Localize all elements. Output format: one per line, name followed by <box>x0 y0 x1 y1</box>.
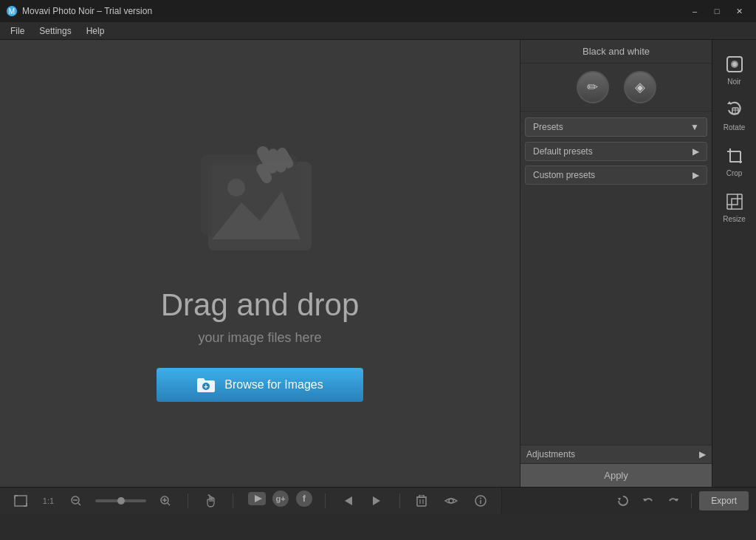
svg-rect-25 <box>727 194 738 205</box>
refresh-button[interactable] <box>613 491 633 511</box>
app-icon: M <box>6 5 18 17</box>
svg-rect-31 <box>15 496 27 506</box>
minimize-button[interactable]: – <box>684 0 706 22</box>
separator5 <box>691 493 692 508</box>
zoom-slider[interactable] <box>95 499 147 502</box>
maximize-button[interactable]: □ <box>706 0 728 22</box>
default-presets-label: Default presets <box>533 146 593 157</box>
svg-text:g+: g+ <box>275 494 285 503</box>
googleplus-icon: g+ <box>272 490 289 507</box>
crop-icon <box>724 146 745 166</box>
prev-icon <box>343 496 352 506</box>
preview-button[interactable] <box>441 491 461 511</box>
export-button[interactable]: Export <box>699 491 749 510</box>
googleplus-button[interactable]: g+ <box>272 490 289 511</box>
separator3 <box>325 493 326 508</box>
redo-button[interactable] <box>663 491 684 511</box>
bw-tool-eraser[interactable]: ◈ <box>624 71 656 103</box>
bw-tools: ✏ ◈ <box>520 64 712 112</box>
menu-file[interactable]: File <box>3 22 32 40</box>
facebook-icon: f <box>295 490 313 507</box>
tool-rotate[interactable]: Rotate <box>715 93 755 137</box>
redo-icon <box>667 495 679 507</box>
zoom-in-button[interactable] <box>155 491 176 511</box>
default-presets-item[interactable]: Default presets ▶ <box>525 142 707 161</box>
custom-presets-item[interactable]: Custom presets ▶ <box>525 165 707 185</box>
youtube-icon <box>248 492 266 505</box>
right-section: Black and white ✏ ◈ Presets ▼ Default pr… <box>520 40 756 487</box>
fit-icon <box>14 495 27 507</box>
tool-noir-label: Noir <box>727 78 740 86</box>
canvas-area[interactable]: Drag and drop your image files here + Br… <box>0 40 520 487</box>
window-title: Movavi Photo Noir – Trial version <box>22 6 684 16</box>
tool-resize[interactable]: Resize <box>715 185 755 229</box>
refresh-icon <box>617 495 629 507</box>
presets-label: Presets <box>533 122 563 132</box>
prev-button[interactable] <box>337 491 358 511</box>
next-button[interactable] <box>367 491 388 511</box>
tool-rotate-label: Rotate <box>724 123 745 131</box>
tool-crop-label: Crop <box>726 169 743 177</box>
main-layout: Drag and drop your image files here + Br… <box>0 40 756 487</box>
svg-line-37 <box>78 503 80 505</box>
adjustments-label: Adjustments <box>526 449 575 459</box>
default-presets-arrow-icon: ▶ <box>693 146 699 157</box>
resize-icon <box>724 191 745 212</box>
svg-rect-53 <box>419 495 424 497</box>
drag-title: Drag and drop <box>161 287 360 323</box>
svg-point-56 <box>449 499 453 503</box>
info-icon <box>475 495 487 507</box>
drop-image-icon <box>186 125 334 273</box>
eye-icon <box>444 496 458 505</box>
adjustments-arrow-icon: ▶ <box>699 449 706 459</box>
close-button[interactable]: ✕ <box>728 0 750 22</box>
window-controls: – □ ✕ <box>684 0 750 22</box>
presets-chevron-icon: ▼ <box>690 122 699 132</box>
hand-icon <box>204 494 217 507</box>
zoom-in-icon <box>160 496 171 506</box>
youtube-button[interactable] <box>248 492 266 509</box>
svg-point-15 <box>732 62 737 66</box>
info-button[interactable] <box>470 491 491 511</box>
presets-dropdown[interactable]: Presets ▼ <box>525 117 707 137</box>
tool-resize-label: Resize <box>723 215 746 223</box>
svg-text:M: M <box>9 7 15 16</box>
undo-button[interactable] <box>638 491 659 511</box>
hand-tool-button[interactable] <box>200 491 221 511</box>
svg-point-59 <box>480 497 481 499</box>
panel-title: Black and white <box>520 40 712 64</box>
separator2 <box>233 493 233 508</box>
right-panel: Black and white ✏ ◈ Presets ▼ Default pr… <box>520 40 712 487</box>
zoom-slider-thumb <box>117 497 125 505</box>
noir-icon <box>724 54 745 75</box>
menubar: File Settings Help <box>0 22 756 40</box>
zoom-out-button[interactable] <box>66 491 86 511</box>
tool-crop[interactable]: Crop <box>715 139 755 183</box>
delete-icon <box>416 495 427 507</box>
svg-marker-60 <box>618 498 621 501</box>
drop-zone: Drag and drop your image files here + Br… <box>157 125 363 402</box>
undo-icon <box>642 495 654 507</box>
separator4 <box>399 493 400 508</box>
next-icon <box>373 496 382 506</box>
bw-tool-brush[interactable]: ✏ <box>577 71 609 103</box>
custom-presets-arrow-icon: ▶ <box>693 170 699 180</box>
menu-help[interactable]: Help <box>79 22 112 40</box>
rotate-icon <box>724 100 745 120</box>
facebook-button[interactable]: f <box>295 490 313 511</box>
fit-button[interactable] <box>10 491 31 511</box>
tool-noir[interactable]: Noir <box>715 47 755 92</box>
svg-rect-26 <box>732 199 742 209</box>
svg-rect-51 <box>417 497 426 506</box>
browse-button[interactable]: + Browse for Images <box>157 368 363 402</box>
adjustments-bar[interactable]: Adjustments ▶ <box>520 445 712 463</box>
browse-label: Browse for Images <box>224 378 323 392</box>
apply-button[interactable]: Apply <box>520 463 712 487</box>
custom-presets-label: Custom presets <box>533 170 595 180</box>
menu-settings[interactable]: Settings <box>32 22 78 40</box>
separator <box>188 493 188 508</box>
drag-subtitle: your image files here <box>198 330 321 346</box>
delete-button[interactable] <box>412 491 433 511</box>
svg-text:+: + <box>204 383 208 391</box>
tool-panel: Noir Rotate <box>712 40 756 487</box>
